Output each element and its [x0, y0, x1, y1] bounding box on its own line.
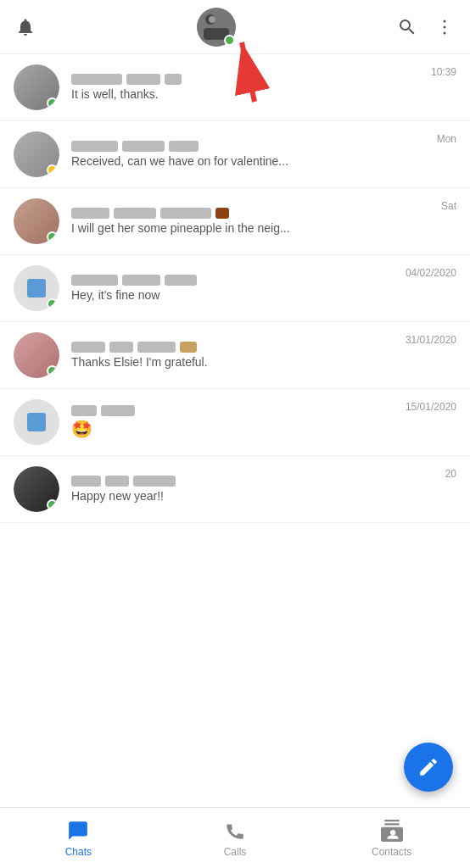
- contact-name-blur2: [122, 275, 160, 286]
- contact-name-blur: [71, 74, 122, 85]
- chat-content: It is well, thanks.: [71, 74, 431, 101]
- contact-name-blur2: [122, 141, 165, 152]
- contact-name-blur4: [180, 342, 197, 353]
- contacts-nav-label: Contacts: [372, 846, 411, 858]
- chat-emoji: 🤩: [71, 420, 92, 438]
- header: [0, 0, 470, 54]
- profile-online-indicator: [224, 35, 235, 46]
- contact-name-blur: [71, 405, 97, 416]
- chat-item[interactable]: Received, can we have on for valentine..…: [0, 121, 470, 188]
- svg-point-6: [444, 31, 446, 34]
- chat-time: Mon: [437, 133, 456, 145]
- chat-time: Sat: [441, 200, 456, 212]
- online-indicator: [47, 499, 58, 510]
- chat-content: Thanks Elsie! I'm grateful.: [71, 342, 406, 369]
- chat-message: Happy new year!!: [71, 489, 445, 503]
- chat-item[interactable]: It is well, thanks. 10:39: [0, 54, 470, 121]
- profile-avatar-container[interactable]: [197, 8, 236, 47]
- chat-content: Received, can we have on for valentine..…: [71, 141, 437, 168]
- contact-name-blur: [71, 342, 105, 353]
- chat-time: 10:39: [431, 66, 456, 78]
- chat-item[interactable]: Thanks Elsie! I'm grateful. 31/01/2020: [0, 322, 470, 389]
- svg-rect-3: [209, 16, 215, 23]
- chat-content: Hey, it's fine now: [71, 275, 406, 302]
- chat-avatar: [14, 466, 59, 512]
- calls-nav-label: Calls: [224, 846, 247, 858]
- chat-avatar: [14, 198, 59, 244]
- contact-name-blur2: [101, 405, 135, 416]
- contact-name-blur3: [160, 208, 211, 219]
- chat-item[interactable]: Happy new year!! 20: [0, 456, 470, 523]
- calls-nav-icon: [223, 819, 247, 843]
- nav-calls[interactable]: Calls: [157, 812, 314, 865]
- chat-content: I will get her some pineapple in the nei…: [71, 208, 441, 235]
- contacts-nav-icon: [380, 819, 404, 843]
- online-indicator: [47, 164, 58, 175]
- nav-contacts[interactable]: Contacts: [313, 812, 470, 865]
- contact-name-blur2: [114, 208, 156, 219]
- chat-message: Received, can we have on for valentine..…: [71, 154, 437, 168]
- chat-content: 🤩: [71, 405, 406, 439]
- contact-name-blur3: [165, 74, 182, 85]
- contact-name-blur3: [165, 275, 197, 286]
- chat-time: 04/02/2020: [406, 267, 456, 279]
- online-indicator: [47, 298, 58, 309]
- contact-name-blur3: [137, 342, 176, 353]
- chat-time: 31/01/2020: [406, 334, 456, 346]
- contact-name-blur: [71, 476, 101, 487]
- chats-nav-icon: [66, 819, 90, 843]
- notification-icon[interactable]: [14, 15, 37, 39]
- online-indicator: [47, 365, 58, 376]
- chat-item[interactable]: Hey, it's fine now 04/02/2020: [0, 255, 470, 322]
- chat-avatar: [14, 332, 59, 378]
- online-indicator: [47, 97, 58, 108]
- online-indicator: [47, 231, 58, 242]
- avatar-blue-square: [27, 279, 46, 298]
- chat-message: It is well, thanks.: [71, 87, 431, 101]
- chat-list: It is well, thanks. 10:39 Received, can …: [0, 54, 470, 807]
- contact-name-blur3: [169, 141, 199, 152]
- avatar-blue-square: [27, 413, 46, 431]
- contact-name-blur: [71, 275, 118, 286]
- chat-message: Thanks Elsie! I'm grateful.: [71, 355, 406, 369]
- chat-avatar: [14, 64, 59, 110]
- chat-content: Happy new year!!: [71, 476, 445, 503]
- chat-item[interactable]: I will get her some pineapple in the nei…: [0, 188, 470, 255]
- chat-time: 15/01/2020: [406, 401, 456, 413]
- chat-avatar: [14, 265, 59, 311]
- chat-time: 20: [445, 468, 456, 480]
- contact-name-blur4: [215, 208, 229, 219]
- chat-message: 🤩: [71, 419, 406, 439]
- chat-item[interactable]: 🤩 15/01/2020: [0, 389, 470, 456]
- chat-avatar: [14, 131, 59, 177]
- nav-chats[interactable]: Chats: [0, 812, 157, 865]
- svg-point-5: [444, 25, 446, 28]
- search-icon[interactable]: [395, 15, 419, 39]
- contact-name-blur2: [105, 476, 129, 487]
- chat-avatar: [14, 399, 59, 445]
- bottom-nav: Chats Calls Contacts: [0, 807, 470, 868]
- chat-message: Hey, it's fine now: [71, 288, 406, 302]
- more-options-icon[interactable]: [433, 15, 456, 39]
- chats-nav-label: Chats: [65, 846, 92, 858]
- contact-name-blur3: [133, 476, 176, 487]
- svg-point-4: [444, 19, 446, 22]
- contact-name-blur: [71, 141, 118, 152]
- contact-name-blur: [71, 208, 109, 219]
- chat-message: I will get her some pineapple in the nei…: [71, 221, 441, 235]
- contact-name-blur2: [109, 342, 133, 353]
- contact-name-blur2: [126, 74, 160, 85]
- new-chat-fab[interactable]: [404, 743, 453, 792]
